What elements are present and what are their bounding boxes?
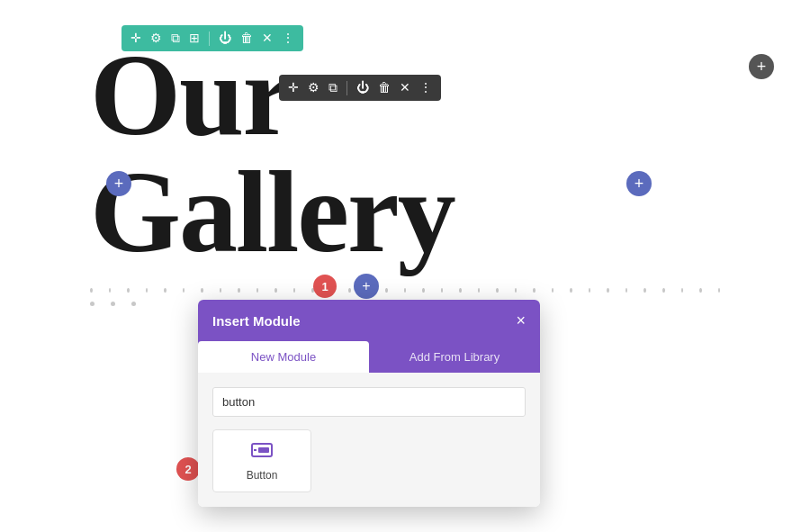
insert-module-dialog: Insert Module × New Module Add From Libr… bbox=[198, 300, 540, 507]
add-column-left-button[interactable]: + bbox=[106, 171, 131, 196]
gallery-heading: OurGallery bbox=[90, 36, 454, 270]
dark-power-icon[interactable]: ⏻ bbox=[356, 81, 369, 95]
step-badge-2: 2 bbox=[176, 457, 200, 481]
grid-icon[interactable]: ⊞ bbox=[189, 31, 200, 46]
dark-duplicate-icon[interactable]: ⧉ bbox=[328, 81, 338, 95]
trash-icon[interactable]: 🗑 bbox=[240, 32, 253, 46]
add-column-right-button[interactable]: + bbox=[626, 171, 652, 196]
power-icon[interactable]: ⏻ bbox=[219, 32, 231, 46]
dark-toolbar: ✛ ⚙ ⧉ ⏻ 🗑 ✕ ⋮ bbox=[279, 75, 441, 101]
module-search-input[interactable] bbox=[212, 387, 526, 417]
button-module-icon bbox=[251, 441, 273, 464]
dark-move-icon[interactable]: ✛ bbox=[288, 80, 299, 95]
step-badge-1: 1 bbox=[313, 275, 337, 298]
dialog-close-button[interactable]: × bbox=[516, 312, 526, 329]
dark-close-icon[interactable]: ✕ bbox=[400, 80, 410, 95]
tab-new-module[interactable]: New Module bbox=[198, 341, 369, 373]
close-icon[interactable]: ✕ bbox=[262, 31, 273, 46]
dialog-body: Button bbox=[198, 373, 540, 507]
dark-separator bbox=[346, 81, 347, 95]
dialog-tabs: New Module Add From Library bbox=[198, 341, 540, 373]
dark-trash-icon[interactable]: 🗑 bbox=[378, 81, 391, 95]
tab-add-from-library[interactable]: Add From Library bbox=[369, 341, 540, 373]
dark-settings-icon[interactable]: ⚙ bbox=[308, 80, 320, 95]
dialog-header: Insert Module × bbox=[198, 300, 540, 341]
canvas: OurGallery ✛ ⚙ ⧉ ⊞ ⏻ 🗑 ✕ ⋮ ✛ ⚙ ⧉ bbox=[0, 0, 792, 532]
teal-toolbar: ✛ ⚙ ⧉ ⊞ ⏻ 🗑 ✕ ⋮ bbox=[122, 25, 303, 51]
duplicate-icon[interactable]: ⧉ bbox=[171, 32, 180, 46]
svg-rect-1 bbox=[258, 447, 269, 453]
move-icon[interactable]: ✛ bbox=[130, 31, 141, 46]
insert-module-trigger[interactable]: + bbox=[354, 274, 379, 299]
module-button[interactable]: Button bbox=[212, 429, 311, 492]
dialog-title: Insert Module bbox=[212, 313, 301, 329]
more-icon[interactable]: ⋮ bbox=[282, 31, 294, 46]
button-module-label: Button bbox=[247, 469, 278, 482]
toolbar-separator bbox=[209, 32, 210, 46]
settings-icon[interactable]: ⚙ bbox=[150, 31, 162, 46]
dark-more-icon[interactable]: ⋮ bbox=[419, 80, 432, 95]
modules-grid: Button bbox=[212, 429, 526, 492]
add-section-button[interactable]: + bbox=[749, 54, 774, 79]
